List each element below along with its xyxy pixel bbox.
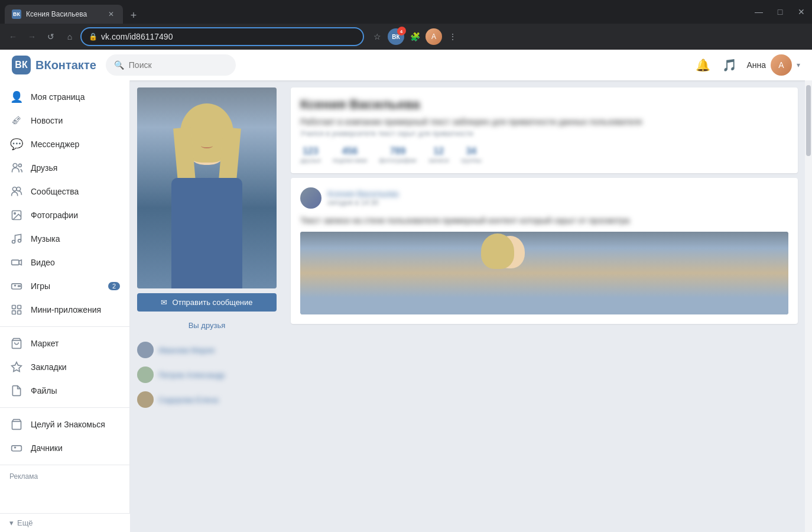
- tab-close-button[interactable]: ✕: [106, 9, 116, 19]
- stat-photos-label: фотографии: [379, 157, 417, 164]
- stat-posts-label: записи: [428, 157, 449, 164]
- games-badge: 2: [108, 282, 120, 290]
- close-button[interactable]: ✕: [795, 6, 807, 18]
- sidebar-item-music[interactable]: Музыка: [0, 227, 129, 251]
- sidebar-item-messenger[interactable]: 💬 Мессенджер: [0, 132, 129, 156]
- sidebar-item-video[interactable]: Видео: [0, 251, 129, 274]
- stat-followers[interactable]: 456 подписчики: [333, 146, 368, 164]
- svg-point-7: [18, 239, 21, 242]
- svg-marker-9: [19, 260, 21, 265]
- active-tab[interactable]: ВК Ксения Васильева ✕: [5, 5, 123, 24]
- header-avatar: А: [771, 54, 792, 76]
- stat-photos[interactable]: 789 фотографии: [379, 146, 417, 164]
- new-tab-button[interactable]: +: [125, 7, 142, 24]
- search-icon: 🔍: [114, 60, 124, 70]
- sidebar-divider-1: [0, 326, 129, 327]
- address-bar[interactable]: 🔒 vk.com/id86117490: [80, 27, 364, 46]
- sidebar-item-bookmarks[interactable]: Закладки: [0, 355, 129, 379]
- vk-page: ВК ВКонтакте 🔍 🔔 🎵 Анна А ▾ 👤 Моя страни: [0, 50, 812, 532]
- sidebar-divider-3: [0, 465, 129, 465]
- profile-name: Ксения Васильева: [300, 97, 788, 112]
- sidebar-item-mini-apps[interactable]: Мини-приложения: [0, 298, 129, 322]
- sidebar-divider-2: [0, 407, 129, 408]
- music-sidebar-icon: [9, 232, 24, 246]
- communities-icon: [9, 184, 24, 199]
- stat-followers-count: 456: [342, 146, 358, 157]
- stat-friends[interactable]: 123 друзья: [300, 146, 321, 164]
- sidebar-item-games[interactable]: Игры 2: [0, 274, 129, 298]
- star-button[interactable]: ☆: [369, 28, 385, 45]
- stat-groups-label: группы: [461, 157, 482, 164]
- video-icon: [9, 255, 24, 270]
- profile-photo[interactable]: [137, 87, 277, 288]
- music-icon[interactable]: 🎵: [722, 58, 737, 72]
- browser-titlebar: ВК Ксения Васильева ✕ + — □ ✕: [0, 0, 812, 24]
- friends-status-button[interactable]: Вы друзья: [137, 316, 277, 335]
- ads-label: Реклама: [0, 470, 129, 482]
- market-icon: [9, 336, 24, 351]
- sidebar-label-video: Видео: [31, 258, 120, 267]
- search-input[interactable]: [129, 60, 223, 70]
- sidebar-item-friends[interactable]: Друзья: [0, 156, 129, 180]
- svg-rect-14: [18, 306, 21, 309]
- post-header-1: Ксения Васильева сегодня в 14:30: [300, 187, 788, 209]
- profile-info-1: Работает в компании примерный текст забл…: [300, 116, 788, 128]
- sidebar-item-dacha[interactable]: Дачники: [0, 436, 129, 460]
- scrollbar-thumb[interactable]: [806, 85, 811, 156]
- send-message-button[interactable]: ✉ Отправить сообщение: [137, 293, 277, 312]
- page-scrollbar[interactable]: [805, 80, 812, 532]
- svg-rect-15: [12, 311, 16, 314]
- friend-name-3: Сидорова Елена: [158, 395, 218, 404]
- forward-button[interactable]: →: [24, 28, 40, 45]
- friend-item-2[interactable]: Петров Александр: [137, 364, 277, 385]
- svg-marker-18: [12, 362, 22, 372]
- extensions-button[interactable]: 🧩: [407, 28, 423, 45]
- stat-posts[interactable]: 12 записи: [428, 146, 449, 164]
- sidebar-item-market[interactable]: Маркет: [0, 332, 129, 355]
- back-button[interactable]: ←: [5, 28, 21, 45]
- home-button[interactable]: ⌂: [61, 28, 78, 45]
- vk-logo-icon: ВК: [12, 56, 31, 74]
- sidebar-item-dating[interactable]: Целуй и Знакомься: [0, 413, 129, 436]
- my-page-icon: 👤: [9, 90, 24, 104]
- vk-header: ВК ВКонтакте 🔍 🔔 🎵 Анна А ▾: [0, 50, 812, 80]
- sidebar-item-files[interactable]: Файлы: [0, 379, 129, 403]
- vk-extension-icon[interactable]: ВК 4: [388, 28, 404, 45]
- vk-logo[interactable]: ВК ВКонтакте: [12, 56, 96, 74]
- post-image-1[interactable]: [300, 232, 788, 314]
- vk-search-bar[interactable]: 🔍: [106, 54, 236, 76]
- notifications-icon[interactable]: 🔔: [696, 58, 710, 72]
- vk-main: 👤 Моя страница 🗞 Новости 💬 Мессенджер Др…: [0, 80, 812, 532]
- post-meta-1: Ксения Васильева сегодня в 14:30: [327, 189, 788, 207]
- friends-icon: [9, 161, 24, 175]
- bookmarks-icon: [9, 360, 24, 374]
- sidebar-item-photos[interactable]: Фотографии: [0, 203, 129, 227]
- sidebar-label-my-page: Моя страница: [31, 92, 120, 102]
- sidebar-label-bookmarks: Закладки: [31, 362, 120, 372]
- browser-menu-button[interactable]: ⋮: [444, 28, 461, 45]
- lock-icon: 🔒: [89, 33, 98, 41]
- sidebar-item-news[interactable]: 🗞 Новости: [0, 109, 129, 132]
- sidebar-label-files: Файлы: [31, 386, 120, 395]
- stat-groups[interactable]: 34 группы: [461, 146, 482, 164]
- minimize-button[interactable]: —: [753, 6, 765, 18]
- mini-apps-icon: [9, 303, 24, 317]
- reload-button[interactable]: ↺: [43, 28, 59, 45]
- window-controls: — □ ✕: [753, 6, 807, 18]
- sidebar-item-my-page[interactable]: 👤 Моя страница: [0, 85, 129, 109]
- profile-left-column: ✉ Отправить сообщение Вы друзья Иванова …: [130, 80, 284, 532]
- friend-item-3[interactable]: Сидорова Елена: [137, 389, 277, 410]
- news-icon: 🗞: [9, 113, 24, 128]
- maximize-button[interactable]: □: [774, 6, 786, 18]
- sidebar-label-market: Маркет: [31, 339, 120, 348]
- friend-item-1[interactable]: Иванова Мария: [137, 339, 277, 361]
- tab-favicon: ВК: [12, 9, 21, 19]
- browser-profile-icon[interactable]: А: [426, 28, 442, 45]
- browser-tabs: ВК Ксения Васильева ✕ +: [5, 0, 753, 24]
- post-text-1: Текст записи на стене пользователя приме…: [300, 215, 788, 227]
- sidebar-item-communities[interactable]: Сообщества: [0, 180, 129, 203]
- more-link[interactable]: ▾ Ещё: [0, 514, 130, 532]
- header-user[interactable]: Анна А ▾: [746, 54, 800, 76]
- svg-point-3: [17, 187, 21, 192]
- stat-posts-count: 12: [433, 146, 444, 157]
